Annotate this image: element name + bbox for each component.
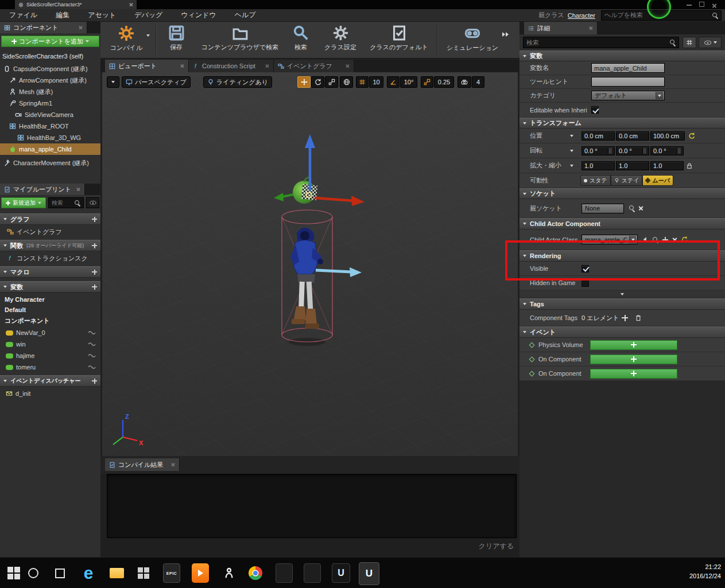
- lock-scale-icon[interactable]: [686, 162, 693, 169]
- tab-close-icon[interactable]: [79, 26, 83, 30]
- mobility-static-button[interactable]: スタテ: [580, 175, 611, 186]
- trash-icon[interactable]: [635, 314, 642, 321]
- category-default[interactable]: Default: [5, 306, 96, 313]
- add-tag-icon[interactable]: [622, 315, 628, 321]
- visibility-wave-icon[interactable]: [88, 353, 96, 358]
- viewport-options-button[interactable]: [107, 76, 119, 88]
- events-section-header[interactable]: イベント: [519, 326, 725, 338]
- parent-socket-dropdown[interactable]: None: [581, 204, 624, 213]
- component-root-item[interactable]: SideScrollerCharacter3 (self): [2, 50, 99, 62]
- reset-to-default-icon[interactable]: [681, 236, 688, 243]
- unreal-editor-button-2[interactable]: U: [359, 562, 379, 585]
- tooltip-field[interactable]: [591, 77, 665, 87]
- grid-snap-toggle-button[interactable]: [356, 76, 369, 88]
- location-y-field[interactable]: 0.0 cm: [616, 131, 649, 141]
- cortana-button[interactable]: [25, 565, 41, 581]
- rotate-tool-button[interactable]: [311, 76, 324, 88]
- menu-debug[interactable]: デバッグ: [125, 10, 172, 20]
- move-tool-button[interactable]: [297, 76, 311, 88]
- component-item-capsule[interactable]: CapsuleComponent (継承): [0, 63, 100, 75]
- scale-x-field[interactable]: 1.0: [581, 161, 615, 170]
- simulation-button[interactable]: シミュレーション: [443, 25, 502, 52]
- scale-snap-value[interactable]: 0.25: [434, 76, 454, 88]
- browse-asset-icon[interactable]: [652, 236, 658, 243]
- world-local-toggle-button[interactable]: [340, 76, 353, 88]
- variable-item-tomeru[interactable]: tomeru: [0, 361, 100, 373]
- category-components[interactable]: コンポーネント: [5, 317, 96, 325]
- document-tab[interactable]: SideScrollerCharacter3*: [15, 0, 137, 9]
- save-button[interactable]: 保存: [162, 25, 190, 52]
- rendering-expander[interactable]: [519, 290, 725, 298]
- construction-script-item[interactable]: コンストラクションスク: [0, 252, 100, 264]
- details-grid-view-button[interactable]: [683, 37, 696, 48]
- dispatcher-section-header[interactable]: イベントディスパッチャー: [0, 375, 100, 387]
- visible-checkbox[interactable]: [581, 265, 589, 272]
- taskbar-app-button-3[interactable]: [304, 563, 321, 583]
- tab-my-blueprint[interactable]: マイブループリント: [0, 184, 85, 195]
- component-item-mesh[interactable]: Mesh (継承): [0, 86, 100, 98]
- add-new-button[interactable]: 新規追加: [1, 197, 46, 208]
- menu-file[interactable]: ファイル: [0, 10, 46, 20]
- add-event-button[interactable]: [590, 355, 677, 364]
- graph-section-header[interactable]: グラフ: [0, 213, 100, 225]
- rotation-snap-toggle-button[interactable]: [387, 76, 400, 88]
- variable-name-field[interactable]: mana_apple_Child: [591, 63, 665, 73]
- tab-compile-results[interactable]: コンパイル結果: [105, 458, 180, 471]
- tab-close-icon[interactable]: [180, 64, 184, 68]
- start-button[interactable]: [6, 565, 22, 581]
- scale-y-field[interactable]: 1.0: [616, 161, 649, 170]
- file-explorer-button[interactable]: [108, 565, 125, 581]
- add-variable-icon[interactable]: [92, 285, 97, 290]
- use-selected-icon[interactable]: [642, 236, 648, 243]
- add-event-button[interactable]: [590, 340, 677, 350]
- taskbar-app-button-1[interactable]: [220, 563, 238, 583]
- tab-close-icon[interactable]: [346, 64, 350, 68]
- scale-z-field[interactable]: 1.0: [650, 161, 684, 170]
- compile-results-log[interactable]: [107, 474, 517, 538]
- location-expand-icon[interactable]: [570, 135, 573, 137]
- menu-help[interactable]: ヘルプ: [226, 10, 265, 20]
- perspective-button[interactable]: パースペクティブ: [122, 76, 191, 88]
- variables-section-header[interactable]: 変数: [519, 50, 725, 61]
- variable-item-newvar[interactable]: NewVar_0: [0, 327, 100, 338]
- rotation-y-field[interactable]: 0.0 °: [616, 146, 649, 155]
- event-graph-item[interactable]: イベントグラフ: [0, 226, 100, 237]
- menu-asset[interactable]: アセット: [79, 10, 125, 20]
- component-item-healthbar-3d[interactable]: HealthBar_3D_WG: [0, 132, 100, 143]
- unreal-editor-button-1[interactable]: U: [332, 563, 350, 583]
- rotation-expand-icon[interactable]: [570, 150, 573, 152]
- mobility-stationary-button[interactable]: ステイ: [611, 175, 643, 186]
- taskbar-clock[interactable]: 21:22 2016/12/24: [677, 562, 721, 581]
- details-visibility-filter-button[interactable]: [699, 37, 722, 48]
- details-search-input[interactable]: 検索: [523, 37, 679, 48]
- hidden-in-game-checkbox[interactable]: [581, 279, 589, 287]
- add-component-button[interactable]: コンポーネントを追加: [1, 36, 99, 47]
- compile-options-icon[interactable]: [146, 34, 150, 37]
- editable-checkbox[interactable]: [591, 106, 599, 114]
- child-actor-section-header[interactable]: Child Actor Component: [519, 218, 725, 229]
- viewport-3d[interactable]: Z X パースペクティブ ライティングあり: [102, 72, 518, 456]
- taskbar-app-button-2[interactable]: [276, 563, 293, 583]
- add-function-icon[interactable]: [92, 243, 97, 248]
- category-dropdown[interactable]: デフォルト: [591, 91, 665, 100]
- scale-snap-toggle-button[interactable]: [421, 76, 433, 88]
- myblueprint-filter-button[interactable]: [86, 197, 99, 208]
- component-item-springarm[interactable]: SpringArm1: [0, 98, 100, 109]
- scale-tool-button[interactable]: [325, 76, 338, 88]
- myblueprint-search-input[interactable]: 検索: [48, 197, 84, 208]
- window-maximize-button[interactable]: [699, 2, 704, 7]
- toolbar-overflow-chevron-icon[interactable]: [502, 32, 509, 37]
- tab-close-icon[interactable]: [76, 188, 80, 192]
- tab-close-icon[interactable]: [129, 3, 133, 7]
- search-button[interactable]: 検索: [288, 25, 314, 52]
- dispatcher-item-dinit[interactable]: d_init: [0, 388, 100, 399]
- location-x-field[interactable]: 0.0 cm: [581, 131, 615, 141]
- add-dispatcher-icon[interactable]: [92, 379, 97, 384]
- add-asset-icon[interactable]: [662, 237, 668, 243]
- tags-section-header[interactable]: Tags: [519, 298, 725, 310]
- parent-class-link[interactable]: Character: [568, 12, 595, 19]
- class-settings-button[interactable]: クラス設定: [319, 25, 362, 52]
- class-defaults-button[interactable]: クラスのデフォルト: [366, 25, 432, 52]
- functions-section-header[interactable]: 関数 (29 オーバーライド可能): [0, 240, 100, 251]
- component-item-mana-apple[interactable]: mana_apple_Child: [0, 143, 100, 155]
